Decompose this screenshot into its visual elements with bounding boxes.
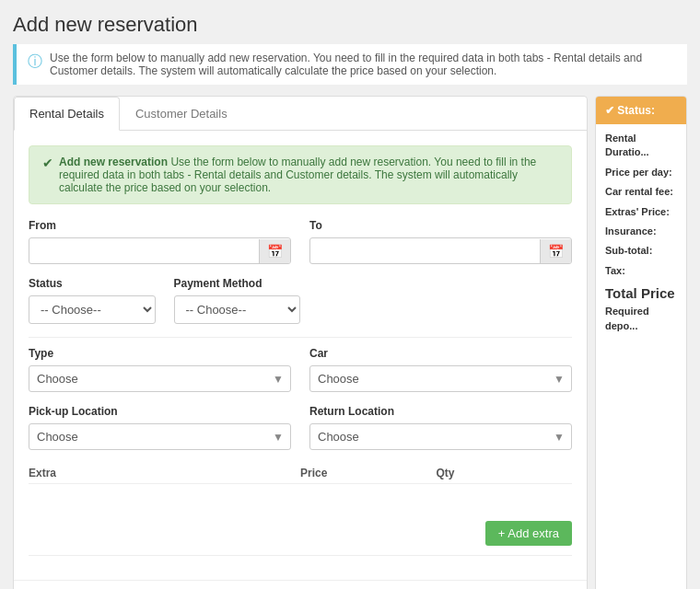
form-body: ✔ Add new reservation Use the form below… xyxy=(14,131,587,580)
status-label: Status xyxy=(29,277,156,290)
side-content: Rental Duratio... Price per day: Car ren… xyxy=(596,124,686,346)
rental-duration-row: Rental Duratio... xyxy=(605,132,677,160)
from-input-wrapper: 📅 xyxy=(29,237,291,264)
extras-col-qty-label: Qty xyxy=(437,467,573,479)
type-group: Type Choose ▼ xyxy=(29,347,291,392)
info-bar: ⓘ Use the form below to manually add new… xyxy=(13,44,687,85)
to-group: To 📅 xyxy=(309,219,572,264)
tabs-bar: Rental Details Customer Details xyxy=(14,97,587,131)
required-deposit-label: Required depo... xyxy=(605,305,677,333)
extras-col-extra-label: Extra xyxy=(29,467,300,479)
subtotal-row: Sub-total: xyxy=(605,244,677,258)
to-input[interactable] xyxy=(310,238,540,263)
main-content: Rental Details Customer Details ✔ Add ne… xyxy=(13,96,687,589)
from-label: From xyxy=(29,219,291,232)
rental-duration-label: Rental Duratio... xyxy=(605,132,677,160)
tax-label: Tax: xyxy=(605,264,677,278)
pickup-return-row: Pick-up Location Choose ▼ Return Locatio… xyxy=(29,405,572,450)
tab-customer[interactable]: Customer Details xyxy=(120,97,243,131)
side-panel: ✔ Status: Rental Duratio... Price per da… xyxy=(595,96,687,589)
side-status-label: ✔ Status: xyxy=(605,104,655,117)
from-group: From 📅 xyxy=(29,219,291,264)
insurance-label: Insurance: xyxy=(605,225,677,238)
return-group: Return Location Choose ▼ xyxy=(309,405,572,450)
insurance-row: Insurance: xyxy=(605,225,677,238)
form-footer: Save Cancel xyxy=(14,580,587,589)
form-panel: Rental Details Customer Details ✔ Add ne… xyxy=(13,96,588,589)
alert-success: ✔ Add new reservation Use the form below… xyxy=(29,145,572,204)
alert-content: Add new reservation Use the form below t… xyxy=(59,156,558,194)
required-deposit-row: Required depo... xyxy=(605,305,677,333)
payment-select[interactable]: -- Choose-- xyxy=(174,295,301,324)
info-icon: ⓘ xyxy=(28,52,42,72)
to-label: To xyxy=(309,219,572,232)
extras-header: Extra Price Qty xyxy=(29,463,572,484)
return-label: Return Location xyxy=(309,405,572,418)
pickup-group: Pick-up Location Choose ▼ xyxy=(29,405,291,450)
car-select[interactable]: Choose xyxy=(309,365,572,392)
pickup-select[interactable]: Choose xyxy=(29,423,291,450)
check-icon: ✔ xyxy=(42,156,53,170)
to-calendar-button[interactable]: 📅 xyxy=(540,239,571,263)
side-status-badge: ✔ Status: xyxy=(596,97,686,124)
return-select-wrapper: Choose ▼ xyxy=(309,423,572,450)
extras-col-price-label: Price xyxy=(300,467,437,479)
extras-actions: + Add extra xyxy=(29,521,572,546)
return-select[interactable]: Choose xyxy=(309,423,572,450)
add-extra-button[interactable]: + Add extra xyxy=(485,521,572,546)
page-title: Add new reservation xyxy=(13,13,687,37)
car-select-wrapper: Choose ▼ xyxy=(309,365,572,392)
extras-empty-row xyxy=(29,490,572,515)
status-select[interactable]: -- Choose-- xyxy=(29,295,156,324)
from-input[interactable] xyxy=(29,238,259,263)
alert-title: Add new reservation xyxy=(59,156,168,168)
price-per-day-label: Price per day: xyxy=(605,166,677,179)
subtotal-label: Sub-total: xyxy=(605,244,677,258)
total-price-label: Total Price xyxy=(605,285,677,301)
status-group: Status -- Choose-- xyxy=(29,277,156,324)
tab-rental[interactable]: Rental Details xyxy=(14,97,120,131)
payment-group: Payment Method -- Choose-- xyxy=(174,277,301,324)
info-text: Use the form below to manually add new r… xyxy=(50,52,676,77)
pickup-select-wrapper: Choose ▼ xyxy=(29,423,291,450)
from-calendar-button[interactable]: 📅 xyxy=(259,239,290,263)
from-to-row: From 📅 To 📅 xyxy=(29,219,572,264)
spacer xyxy=(319,277,572,324)
type-car-row: Type Choose ▼ Car Choose xyxy=(29,347,572,392)
tax-row: Tax: xyxy=(605,264,677,278)
divider-2 xyxy=(29,555,572,556)
extras-price-row: Extras' Price: xyxy=(605,205,677,219)
car-rental-fee-label: Car rental fee: xyxy=(605,185,677,199)
type-select-wrapper: Choose ▼ xyxy=(29,365,291,392)
type-label: Type xyxy=(29,347,291,360)
to-input-wrapper: 📅 xyxy=(309,237,572,264)
car-rental-fee-row: Car rental fee: xyxy=(605,185,677,199)
payment-label: Payment Method xyxy=(174,277,301,290)
status-payment-row: Status -- Choose-- Payment Method -- Cho… xyxy=(29,277,572,324)
car-label: Car xyxy=(309,347,572,360)
type-select[interactable]: Choose xyxy=(29,365,291,392)
price-per-day-row: Price per day: xyxy=(605,166,677,179)
extras-price-label: Extras' Price: xyxy=(605,205,677,219)
car-group: Car Choose ▼ xyxy=(309,347,572,392)
divider-1 xyxy=(29,337,572,338)
pickup-label: Pick-up Location xyxy=(29,405,291,418)
